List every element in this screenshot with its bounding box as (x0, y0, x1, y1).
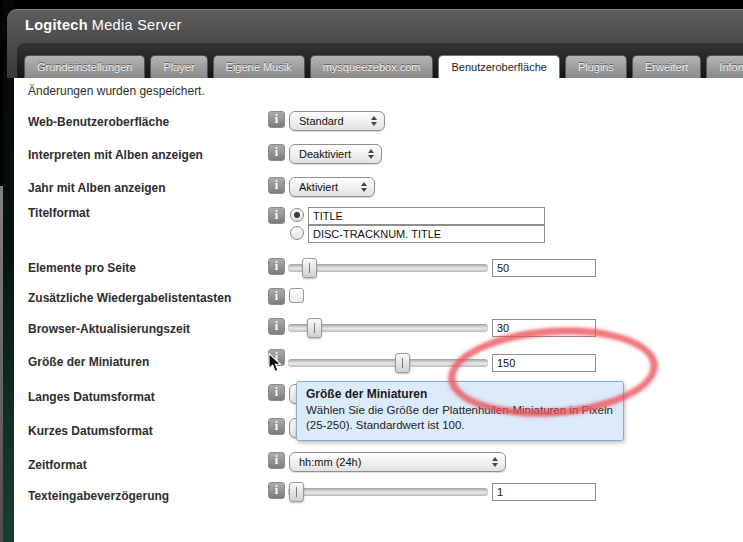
screen: LogitechMedia Server Grundeinstellungen … (0, 0, 743, 542)
app-title: LogitechMedia Server (25, 17, 182, 33)
thumbnail-size-input[interactable] (492, 354, 596, 372)
title-format-input-1[interactable] (308, 207, 545, 225)
stepper-arrows-icon (371, 116, 377, 126)
text-entry-delay-label: Texteingabeverzögerung (28, 489, 169, 503)
browser-refresh-label: Browser-Aktualisierungszeit (28, 322, 190, 336)
stepper-arrows-icon (368, 149, 374, 159)
info-icon[interactable]: i (268, 418, 285, 435)
slider-track[interactable] (288, 488, 488, 496)
tab-eigene-musik[interactable]: Eigene Musik (213, 55, 305, 78)
tab-list: Grundeinstellungen Player Eigene Musik m… (24, 55, 743, 78)
info-icon[interactable]: i (268, 177, 285, 194)
desktop-background (3, 0, 14, 542)
tooltip-title: Größe der Miniaturen (306, 387, 614, 401)
tab-bar: Grundeinstellungen Player Eigene Musik m… (17, 43, 743, 78)
time-format-label: Zeitformat (28, 458, 87, 472)
tab-grundeinstellungen[interactable]: Grundeinstellungen (24, 55, 145, 78)
title-format-radio-2[interactable] (290, 226, 304, 240)
year-albums-select[interactable]: Aktiviert (289, 177, 375, 197)
info-icon[interactable]: i (268, 482, 285, 499)
web-ui-label: Web-Benutzeroberfläche (28, 115, 169, 129)
tooltip: Größe der Miniaturen Wählen Sie die Größ… (296, 381, 624, 441)
title-format-radio-1[interactable] (290, 208, 304, 222)
info-icon[interactable]: i (268, 111, 285, 128)
artists-albums-select[interactable]: Deaktiviert (289, 144, 382, 164)
info-icon[interactable]: i (268, 349, 285, 366)
tab-mysqueezebox[interactable]: mysqueezebox.com (310, 55, 434, 78)
slider-thumb[interactable] (289, 482, 304, 502)
browser-refresh-slider[interactable] (288, 318, 488, 338)
title-format-input-2[interactable] (308, 225, 545, 243)
info-icon[interactable]: i (268, 144, 285, 161)
info-icon[interactable]: i (268, 384, 285, 401)
info-icon[interactable]: i (268, 258, 285, 275)
time-format-select-value: hh:mm (24h) (299, 456, 361, 468)
tab-plugins[interactable]: Plugins (565, 55, 627, 78)
artists-albums-label: Interpreten mit Alben anzeigen (28, 148, 203, 162)
status-message: Änderungen wurden gespeichert. (28, 84, 205, 98)
short-date-format-label: Kurzes Datumsformat (28, 424, 153, 438)
web-ui-select-value: Standard (299, 115, 344, 127)
tab-informationen[interactable]: Informationen (706, 55, 743, 78)
settings-panel: Änderungen wurden gespeichert. Web-Benut… (14, 78, 743, 542)
slider-track[interactable] (288, 359, 488, 367)
text-entry-delay-slider[interactable] (288, 482, 488, 502)
slider-thumb[interactable] (307, 318, 322, 338)
stepper-arrows-icon (361, 182, 367, 192)
year-albums-select-value: Aktiviert (299, 181, 338, 193)
thumbnail-size-label: Größe der Miniaturen (28, 355, 149, 369)
info-icon[interactable]: i (268, 318, 285, 335)
items-per-page-label: Elemente pro Seite (28, 261, 136, 275)
artists-albums-select-value: Deaktiviert (299, 148, 351, 160)
info-icon[interactable]: i (268, 207, 285, 224)
web-ui-select[interactable]: Standard (289, 111, 385, 131)
browser-refresh-input[interactable] (492, 319, 596, 337)
title-format-label: Titelformat (28, 206, 90, 220)
app-title-product: Media Server (92, 17, 182, 33)
info-icon[interactable]: i (268, 452, 285, 469)
slider-thumb[interactable] (302, 258, 317, 278)
items-per-page-slider[interactable] (288, 258, 488, 278)
stepper-arrows-icon (492, 457, 498, 467)
tab-player[interactable]: Player (150, 55, 207, 78)
info-icon[interactable]: i (268, 288, 285, 305)
slider-track[interactable] (288, 264, 488, 272)
text-entry-delay-input[interactable] (492, 483, 596, 501)
extra-playlist-buttons-checkbox[interactable] (289, 288, 304, 303)
long-date-format-label: Langes Datumsformat (28, 390, 155, 404)
year-albums-label: Jahr mit Alben anzeigen (28, 181, 166, 195)
app-title-brand: Logitech (25, 17, 88, 33)
tab-erweitert[interactable]: Erweitert (632, 55, 701, 78)
slider-thumb[interactable] (395, 353, 410, 373)
tooltip-body: Wählen Sie die Größe der Plattenhüllen-M… (306, 403, 614, 433)
thumbnail-size-slider[interactable] (288, 353, 488, 373)
extra-playlist-buttons-label: Zusätzliche Wiedergabelistentasten (28, 291, 231, 305)
time-format-select[interactable]: hh:mm (24h) (289, 452, 506, 472)
tab-benutzeroberflaeche[interactable]: Benutzeroberfläche (438, 55, 559, 78)
items-per-page-input[interactable] (492, 259, 596, 277)
